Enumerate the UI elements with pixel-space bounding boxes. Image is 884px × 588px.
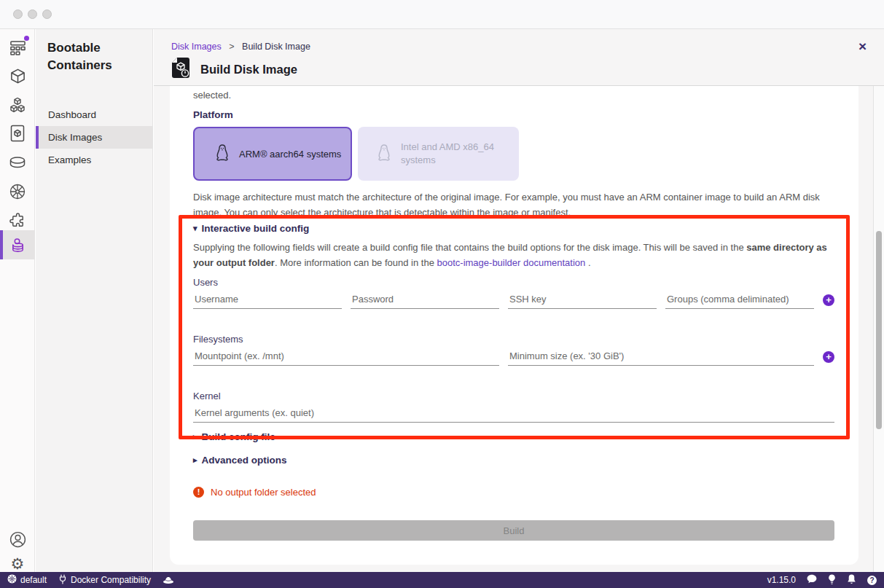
linux-penguin-icon bbox=[377, 144, 391, 165]
sidebar-item-disk-images[interactable]: Disk Images bbox=[36, 126, 152, 149]
page-title: Build Disk Image bbox=[200, 63, 297, 77]
extension-sidebar: Bootable Containers Dashboard Disk Image… bbox=[36, 29, 153, 572]
platform-x86-label: Intel and AMD x86_64 systems bbox=[401, 141, 510, 167]
main-panel: Disk Images > Build Disk Image Build Dis… bbox=[154, 29, 884, 572]
status-bar: default Docker Compatibility v1.15.0 bbox=[0, 572, 884, 588]
password-field[interactable] bbox=[351, 291, 499, 309]
help-icon[interactable]: ? bbox=[867, 576, 877, 585]
groups-field[interactable] bbox=[665, 291, 814, 309]
chevron-right-icon: ▸ bbox=[193, 432, 197, 441]
platform-arm-label: ARM® aarch64 systems bbox=[239, 149, 341, 160]
build-button[interactable]: Build bbox=[193, 520, 834, 541]
add-user-button[interactable]: + bbox=[823, 294, 834, 306]
close-icon[interactable]: × bbox=[858, 39, 867, 53]
build-config-file-toggle[interactable]: ▸Build config file bbox=[193, 431, 275, 442]
kernel-label: Kernel bbox=[193, 391, 221, 401]
error-icon: ! bbox=[193, 487, 204, 498]
lightbulb-icon[interactable] bbox=[828, 574, 836, 587]
breadcrumb: Disk Images > Build Disk Image bbox=[171, 42, 310, 52]
containers-icon[interactable] bbox=[0, 61, 35, 90]
kube-context-label: default bbox=[20, 575, 47, 585]
filesystems-field-row: + bbox=[193, 348, 834, 366]
breadcrumb-current: Build Disk Image bbox=[242, 42, 310, 52]
scrollbar-thumb[interactable] bbox=[876, 231, 882, 429]
add-filesystem-button[interactable]: + bbox=[823, 351, 834, 363]
error-text: No output folder selected bbox=[211, 487, 316, 498]
mountpoint-field[interactable] bbox=[193, 348, 499, 366]
interactive-build-config-description: Supplying the following fields will crea… bbox=[193, 240, 834, 270]
plug-icon bbox=[58, 574, 67, 587]
filesystems-label: Filesystems bbox=[193, 334, 243, 345]
kubernetes-icon[interactable] bbox=[0, 177, 35, 206]
pods-icon[interactable] bbox=[0, 90, 35, 119]
users-field-row: + bbox=[193, 291, 834, 309]
traffic-light-minimize[interactable] bbox=[28, 9, 37, 19]
notification-dot bbox=[24, 36, 29, 41]
minimum-size-field[interactable] bbox=[508, 348, 814, 366]
docker-compatibility-label: Docker Compatibility bbox=[71, 575, 151, 585]
sidebar-item-examples[interactable]: Examples bbox=[36, 149, 152, 171]
linux-penguin-icon bbox=[215, 144, 230, 165]
platform-options: ARM® aarch64 systems Intel and AMD x86_6… bbox=[193, 127, 519, 181]
breadcrumb-separator: > bbox=[229, 42, 234, 52]
titlebar bbox=[0, 0, 884, 29]
advanced-options-toggle[interactable]: ▸Advanced options bbox=[193, 455, 287, 466]
feedback-bubble-icon[interactable] bbox=[807, 574, 817, 586]
bootc-image-builder-doc-link[interactable]: bootc-image-builder documentation bbox=[437, 257, 586, 268]
kernel-arguments-field[interactable] bbox=[193, 405, 834, 423]
kube-context-status[interactable]: default bbox=[7, 574, 47, 586]
platform-option-arm[interactable]: ARM® aarch64 systems bbox=[193, 127, 352, 181]
interactive-build-config-toggle[interactable]: ▾Interactive build config bbox=[193, 223, 309, 234]
page-body: selected. Platform ARM® aarch64 systems bbox=[154, 86, 884, 572]
error-message: ! No output folder selected bbox=[193, 487, 316, 498]
bell-icon[interactable] bbox=[847, 574, 856, 587]
chevron-down-icon: ▾ bbox=[193, 224, 197, 232]
form-card: selected. Platform ARM® aarch64 systems bbox=[170, 86, 858, 565]
ssh-key-field[interactable] bbox=[508, 291, 657, 309]
intro-text-partial: selected. bbox=[193, 90, 231, 101]
username-field[interactable] bbox=[193, 291, 342, 309]
kernel-field-row bbox=[193, 405, 834, 423]
podman-hat-icon[interactable] bbox=[163, 576, 174, 584]
images-icon[interactable] bbox=[0, 119, 35, 148]
sidebar-item-dashboard[interactable]: Dashboard bbox=[36, 103, 152, 126]
breadcrumb-disk-images-link[interactable]: Disk Images bbox=[171, 42, 222, 52]
sidebar-nav: Dashboard Disk Images Examples bbox=[36, 103, 152, 171]
build-disk-image-icon bbox=[171, 57, 190, 82]
bootable-containers-icon[interactable] bbox=[0, 230, 35, 259]
nav-rail: ⚙ bbox=[0, 29, 35, 572]
scrollbar-track[interactable] bbox=[873, 86, 884, 572]
dashboard-icon[interactable] bbox=[0, 33, 35, 62]
traffic-light-zoom[interactable] bbox=[42, 9, 52, 19]
traffic-light-close[interactable] bbox=[13, 9, 23, 19]
page-header: Disk Images > Build Disk Image Build Dis… bbox=[154, 29, 884, 86]
app-version: v1.15.0 bbox=[767, 575, 796, 585]
sidebar-title: Bootable Containers bbox=[36, 29, 152, 74]
app-window: { "window": { "titlebar": { "traffic_lig… bbox=[0, 0, 884, 588]
architecture-note: Disk image architecture must match the a… bbox=[193, 189, 836, 220]
chevron-right-icon: ▸ bbox=[193, 455, 197, 464]
platform-label: Platform bbox=[193, 109, 233, 120]
users-label: Users bbox=[193, 277, 218, 288]
volumes-icon[interactable] bbox=[0, 148, 35, 177]
platform-option-x86[interactable]: Intel and AMD x86_64 systems bbox=[358, 127, 519, 181]
docker-compatibility-status[interactable]: Docker Compatibility bbox=[58, 574, 151, 587]
kubernetes-context-icon bbox=[7, 574, 17, 586]
